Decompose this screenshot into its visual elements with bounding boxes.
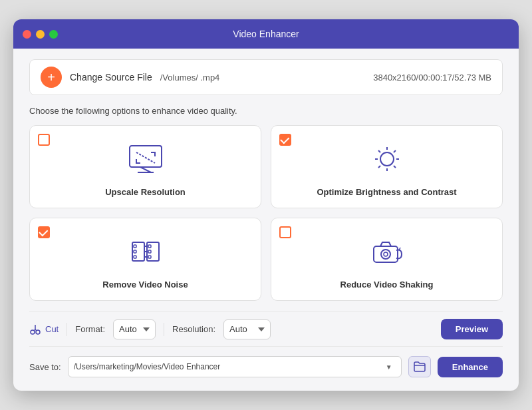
- svg-rect-22: [148, 250, 151, 253]
- checkbox-upscale[interactable]: [38, 134, 50, 146]
- titlebar: Video Enhancer: [13, 19, 519, 49]
- noise-label: Remove Video Noise: [102, 280, 188, 290]
- svg-line-12: [378, 166, 380, 168]
- scissors-icon: [29, 323, 41, 335]
- enhance-button[interactable]: Enhance: [438, 357, 503, 377]
- checkbox-brightness[interactable]: [279, 134, 291, 146]
- cut-button[interactable]: Cut: [29, 323, 59, 335]
- source-meta: 3840x2160/00:00:17/52.73 MB: [373, 73, 491, 83]
- svg-line-30: [34, 329, 35, 331]
- separator-2: [164, 323, 164, 336]
- monitor-icon: [127, 143, 164, 178]
- svg-point-26: [384, 252, 388, 256]
- svg-point-4: [380, 152, 394, 166]
- brightness-label: Optimize Brightness and Contrast: [317, 187, 456, 197]
- sun-icon: [368, 143, 406, 178]
- preview-button[interactable]: Preview: [441, 319, 503, 339]
- svg-rect-19: [134, 250, 136, 253]
- checkbox-shaking[interactable]: [279, 226, 291, 238]
- option-card-brightness[interactable]: Optimize Brightness and Contrast: [271, 125, 503, 208]
- change-source-label: Change Source File: [70, 72, 152, 83]
- svg-rect-0: [130, 146, 162, 167]
- upscale-label: Upscale Resolution: [105, 187, 186, 197]
- svg-rect-23: [148, 256, 151, 258]
- main-window: Video Enhancer + Change Source File /Vol…: [13, 19, 519, 391]
- format-label: Format:: [75, 324, 105, 334]
- resolution-select[interactable]: Auto 720p 1080p 4K: [223, 319, 271, 339]
- add-source-button[interactable]: +: [41, 67, 62, 88]
- svg-line-10: [394, 166, 396, 168]
- svg-rect-21: [148, 245, 151, 248]
- save-path-text: /Users/marketing/Movies/Video Enhancer: [74, 362, 382, 371]
- svg-line-11: [394, 150, 396, 152]
- shaking-label: Reduce Video Shaking: [340, 280, 434, 290]
- option-card-shaking[interactable]: Reduce Video Shaking: [271, 218, 503, 301]
- svg-line-3: [136, 152, 155, 163]
- svg-rect-20: [134, 256, 136, 258]
- toolbar: Cut Format: Auto MP4 MOV AVI MKV Resolut…: [29, 311, 503, 347]
- options-grid: Upscale Resolution: [29, 125, 503, 301]
- svg-point-25: [381, 250, 390, 259]
- bottom-bar: Save to: /Users/marketing/Movies/Video E…: [29, 356, 503, 377]
- save-path-container: /Users/marketing/Movies/Video Enhancer ▼: [68, 356, 402, 377]
- cut-label: Cut: [45, 324, 59, 334]
- window-title: Video Enhancer: [233, 29, 299, 39]
- svg-line-9: [378, 150, 380, 152]
- separator-1: [66, 323, 67, 336]
- window-controls: [23, 30, 58, 39]
- option-card-upscale[interactable]: Upscale Resolution: [29, 125, 261, 208]
- maximize-button[interactable]: [49, 30, 58, 39]
- source-bar: + Change Source File /Volumes/ .mp4 3840…: [29, 59, 503, 95]
- source-file-path: /Volumes/ .mp4: [160, 73, 365, 83]
- browse-folder-button[interactable]: [408, 356, 431, 377]
- svg-line-31: [35, 329, 37, 331]
- checkbox-noise[interactable]: [38, 226, 50, 238]
- minimize-button[interactable]: [36, 30, 45, 39]
- option-card-noise[interactable]: Remove Video Noise: [29, 218, 261, 301]
- resolution-label: Resolution:: [172, 324, 215, 334]
- close-button[interactable]: [23, 30, 31, 39]
- film-icon: [127, 236, 164, 270]
- svg-line-1: [140, 167, 151, 172]
- folder-icon: [414, 361, 426, 372]
- camera-icon: [368, 236, 406, 270]
- content-area: + Change Source File /Volumes/ .mp4 3840…: [13, 49, 519, 391]
- svg-rect-18: [134, 245, 136, 248]
- subtitle-text: Choose the following options to enhance …: [29, 106, 503, 116]
- format-select[interactable]: Auto MP4 MOV AVI MKV: [113, 319, 156, 339]
- save-to-label: Save to:: [29, 362, 61, 372]
- svg-rect-24: [374, 246, 398, 262]
- path-dropdown-icon[interactable]: ▼: [382, 360, 396, 373]
